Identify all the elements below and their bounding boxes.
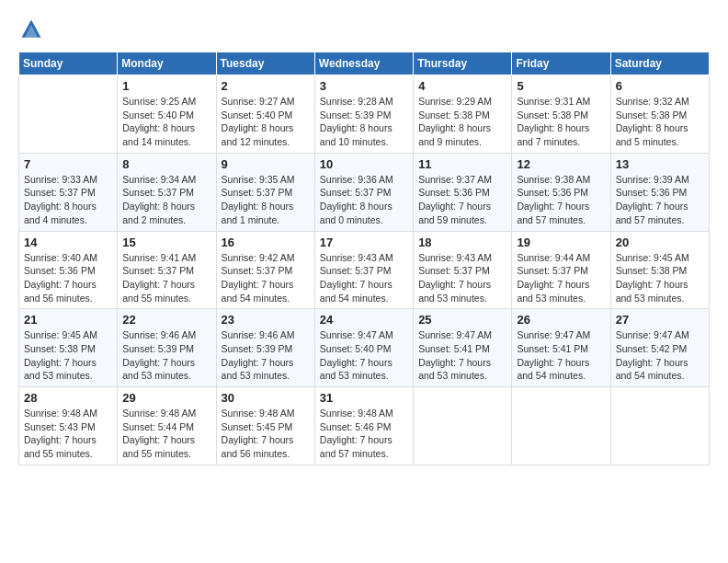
day-number: 13: [616, 157, 704, 171]
day-number: 4: [418, 79, 506, 93]
day-number: 15: [122, 236, 210, 249]
day-info: Sunrise: 9:43 AM Sunset: 5:37 PM Dayligh…: [418, 251, 506, 305]
calendar-cell: 31Sunrise: 9:48 AM Sunset: 5:46 PM Dayli…: [314, 387, 413, 465]
day-info: Sunrise: 9:35 AM Sunset: 5:37 PM Dayligh…: [222, 173, 310, 227]
day-number: 20: [616, 236, 704, 249]
header-row: Sunday Monday Tuesday Wednesday Thursday…: [19, 52, 710, 75]
calendar-cell: 26Sunrise: 9:47 AM Sunset: 5:41 PM Dayli…: [512, 309, 610, 387]
day-info: Sunrise: 9:25 AM Sunset: 5:40 PM Dayligh…: [122, 95, 210, 149]
week-row-5: 28Sunrise: 9:48 AM Sunset: 5:43 PM Dayli…: [19, 387, 710, 465]
day-info: Sunrise: 9:48 AM Sunset: 5:46 PM Dayligh…: [320, 407, 408, 461]
calendar-cell: 11Sunrise: 9:37 AM Sunset: 5:36 PM Dayli…: [414, 153, 512, 231]
day-number: 19: [517, 236, 605, 249]
week-row-1: 1Sunrise: 9:25 AM Sunset: 5:40 PM Daylig…: [19, 75, 710, 154]
logo: [18, 17, 48, 42]
day-info: Sunrise: 9:34 AM Sunset: 5:37 PM Dayligh…: [122, 173, 210, 227]
page: Sunday Monday Tuesday Wednesday Thursday…: [0, 0, 728, 563]
col-sunday: Sunday: [19, 52, 118, 75]
day-number: 25: [418, 313, 506, 327]
day-info: Sunrise: 9:45 AM Sunset: 5:38 PM Dayligh…: [24, 328, 112, 383]
day-number: 17: [320, 236, 408, 249]
calendar-header: Sunday Monday Tuesday Wednesday Thursday…: [19, 52, 710, 75]
calendar-cell: 24Sunrise: 9:47 AM Sunset: 5:40 PM Dayli…: [314, 309, 413, 387]
day-number: 8: [122, 157, 210, 171]
day-number: 31: [320, 391, 408, 405]
day-info: Sunrise: 9:29 AM Sunset: 5:38 PM Dayligh…: [418, 95, 506, 149]
day-number: 22: [122, 313, 210, 327]
calendar-cell: [414, 387, 512, 465]
day-info: Sunrise: 9:42 AM Sunset: 5:37 PM Dayligh…: [222, 251, 310, 305]
day-info: Sunrise: 9:38 AM Sunset: 5:36 PM Dayligh…: [517, 173, 605, 227]
calendar-cell: 14Sunrise: 9:40 AM Sunset: 5:36 PM Dayli…: [19, 231, 118, 309]
logo-icon: [18, 17, 44, 42]
week-row-4: 21Sunrise: 9:45 AM Sunset: 5:38 PM Dayli…: [19, 309, 710, 387]
day-info: Sunrise: 9:32 AM Sunset: 5:38 PM Dayligh…: [616, 95, 704, 149]
day-info: Sunrise: 9:36 AM Sunset: 5:37 PM Dayligh…: [320, 173, 408, 227]
header: [18, 17, 710, 42]
day-number: 29: [122, 391, 210, 405]
calendar-cell: [610, 387, 709, 465]
day-info: Sunrise: 9:27 AM Sunset: 5:40 PM Dayligh…: [222, 95, 310, 149]
col-thursday: Thursday: [414, 52, 512, 75]
calendar-cell: 7Sunrise: 9:33 AM Sunset: 5:37 PM Daylig…: [19, 153, 118, 231]
day-number: 18: [418, 236, 506, 249]
day-info: Sunrise: 9:45 AM Sunset: 5:38 PM Dayligh…: [616, 251, 704, 305]
calendar-table: Sunday Monday Tuesday Wednesday Thursday…: [18, 52, 710, 465]
calendar-body: 1Sunrise: 9:25 AM Sunset: 5:40 PM Daylig…: [19, 75, 710, 465]
calendar-cell: 16Sunrise: 9:42 AM Sunset: 5:37 PM Dayli…: [216, 231, 314, 309]
week-row-2: 7Sunrise: 9:33 AM Sunset: 5:37 PM Daylig…: [19, 153, 710, 231]
day-number: 7: [24, 157, 112, 171]
calendar-cell: 8Sunrise: 9:34 AM Sunset: 5:37 PM Daylig…: [118, 153, 216, 231]
day-number: 23: [222, 313, 310, 327]
day-info: Sunrise: 9:46 AM Sunset: 5:39 PM Dayligh…: [122, 328, 210, 383]
day-number: 11: [418, 157, 506, 171]
week-row-3: 14Sunrise: 9:40 AM Sunset: 5:36 PM Dayli…: [19, 231, 710, 309]
day-info: Sunrise: 9:48 AM Sunset: 5:43 PM Dayligh…: [24, 407, 112, 461]
day-number: 10: [320, 157, 408, 171]
day-number: 9: [222, 157, 310, 171]
day-info: Sunrise: 9:47 AM Sunset: 5:40 PM Dayligh…: [320, 328, 408, 383]
day-number: 6: [616, 79, 704, 93]
col-monday: Monday: [118, 52, 216, 75]
day-info: Sunrise: 9:39 AM Sunset: 5:36 PM Dayligh…: [616, 173, 704, 227]
day-number: 28: [24, 391, 112, 405]
calendar-cell: 17Sunrise: 9:43 AM Sunset: 5:37 PM Dayli…: [314, 231, 413, 309]
day-info: Sunrise: 9:33 AM Sunset: 5:37 PM Dayligh…: [24, 173, 112, 227]
calendar-cell: 23Sunrise: 9:46 AM Sunset: 5:39 PM Dayli…: [216, 309, 314, 387]
day-info: Sunrise: 9:47 AM Sunset: 5:41 PM Dayligh…: [517, 328, 605, 383]
day-info: Sunrise: 9:48 AM Sunset: 5:44 PM Dayligh…: [122, 407, 210, 461]
calendar-cell: 2Sunrise: 9:27 AM Sunset: 5:40 PM Daylig…: [216, 75, 314, 154]
day-info: Sunrise: 9:46 AM Sunset: 5:39 PM Dayligh…: [222, 328, 310, 383]
day-number: 2: [222, 79, 310, 93]
col-wednesday: Wednesday: [314, 52, 413, 75]
calendar-cell: 12Sunrise: 9:38 AM Sunset: 5:36 PM Dayli…: [512, 153, 610, 231]
day-number: 26: [517, 313, 605, 327]
calendar-cell: [19, 75, 118, 154]
day-number: 16: [222, 236, 310, 249]
calendar-cell: [512, 387, 610, 465]
calendar-cell: 3Sunrise: 9:28 AM Sunset: 5:39 PM Daylig…: [314, 75, 413, 154]
calendar-cell: 22Sunrise: 9:46 AM Sunset: 5:39 PM Dayli…: [118, 309, 216, 387]
calendar-cell: 27Sunrise: 9:47 AM Sunset: 5:42 PM Dayli…: [610, 309, 709, 387]
day-number: 30: [222, 391, 310, 405]
calendar-cell: 30Sunrise: 9:48 AM Sunset: 5:45 PM Dayli…: [216, 387, 314, 465]
calendar-cell: 21Sunrise: 9:45 AM Sunset: 5:38 PM Dayli…: [19, 309, 118, 387]
calendar-cell: 6Sunrise: 9:32 AM Sunset: 5:38 PM Daylig…: [610, 75, 709, 154]
day-info: Sunrise: 9:48 AM Sunset: 5:45 PM Dayligh…: [222, 407, 310, 461]
day-number: 5: [517, 79, 605, 93]
col-saturday: Saturday: [610, 52, 709, 75]
day-info: Sunrise: 9:28 AM Sunset: 5:39 PM Dayligh…: [320, 95, 408, 149]
day-number: 1: [122, 79, 210, 93]
calendar-cell: 28Sunrise: 9:48 AM Sunset: 5:43 PM Dayli…: [19, 387, 118, 465]
calendar-cell: 1Sunrise: 9:25 AM Sunset: 5:40 PM Daylig…: [118, 75, 216, 154]
day-info: Sunrise: 9:40 AM Sunset: 5:36 PM Dayligh…: [24, 251, 112, 305]
calendar-cell: 9Sunrise: 9:35 AM Sunset: 5:37 PM Daylig…: [216, 153, 314, 231]
day-info: Sunrise: 9:41 AM Sunset: 5:37 PM Dayligh…: [122, 251, 210, 305]
day-info: Sunrise: 9:47 AM Sunset: 5:42 PM Dayligh…: [616, 328, 704, 383]
day-number: 3: [320, 79, 408, 93]
day-number: 27: [616, 313, 704, 327]
col-friday: Friday: [512, 52, 610, 75]
day-info: Sunrise: 9:43 AM Sunset: 5:37 PM Dayligh…: [320, 251, 408, 305]
day-info: Sunrise: 9:37 AM Sunset: 5:36 PM Dayligh…: [418, 173, 506, 227]
calendar-cell: 18Sunrise: 9:43 AM Sunset: 5:37 PM Dayli…: [414, 231, 512, 309]
